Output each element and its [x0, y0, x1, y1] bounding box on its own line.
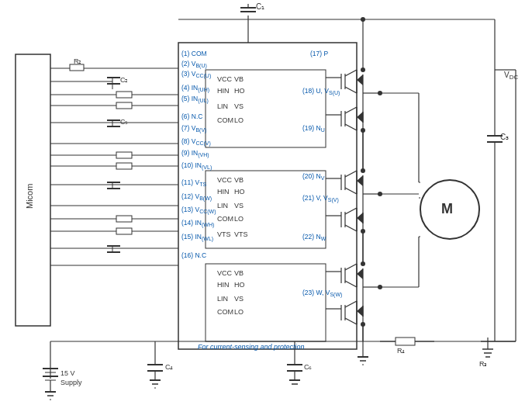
svg-text:Supply: Supply [60, 379, 82, 386]
svg-text:Micom: Micom [25, 184, 34, 209]
svg-text:VS: VS [234, 202, 244, 209]
svg-rect-190 [396, 338, 415, 345]
svg-text:C₁: C₁ [256, 2, 264, 11]
svg-rect-127 [116, 92, 132, 98]
svg-rect-157 [116, 228, 132, 234]
svg-text:HO: HO [234, 87, 245, 95]
svg-text:LIN: LIN [217, 102, 228, 110]
svg-text:C₂: C₂ [120, 76, 129, 84]
svg-text:C₄: C₄ [165, 363, 174, 371]
svg-text:VTS: VTS [217, 230, 231, 238]
svg-text:(1) COM: (1) COM [181, 50, 207, 57]
svg-text:LO: LO [234, 116, 244, 124]
svg-point-231 [361, 261, 365, 266]
svg-point-230 [361, 229, 365, 234]
svg-text:VS: VS [234, 295, 244, 303]
svg-text:HIN: HIN [217, 188, 230, 196]
svg-text:VB: VB [234, 176, 244, 184]
svg-point-228 [361, 128, 365, 133]
svg-point-232 [361, 322, 365, 327]
svg-rect-130 [116, 102, 132, 109]
svg-text:HIN: HIN [217, 87, 230, 95]
svg-text:C₆: C₆ [304, 363, 313, 371]
svg-text:VCC: VCC [217, 75, 233, 83]
svg-point-227 [361, 68, 365, 72]
svg-text:C₅: C₅ [120, 118, 129, 126]
svg-text:COM: COM [217, 116, 233, 124]
svg-text:15 V: 15 V [60, 369, 75, 377]
svg-rect-141 [116, 152, 132, 158]
svg-text:COM: COM [217, 215, 233, 223]
svg-text:(17) P: (17) P [310, 50, 328, 57]
svg-point-235 [378, 192, 382, 196]
svg-rect-225 [70, 64, 84, 71]
svg-text:COM: COM [217, 308, 233, 316]
svg-text:(6) N.C: (6) N.C [181, 113, 202, 120]
svg-text:VS: VS [234, 102, 244, 110]
svg-text:(16) N.C: (16) N.C [181, 251, 206, 259]
svg-point-229 [361, 168, 365, 173]
svg-point-233 [361, 17, 365, 22]
svg-text:VCC: VCC [217, 269, 233, 277]
svg-text:LIN: LIN [217, 295, 228, 303]
svg-rect-154 [116, 216, 132, 222]
svg-text:VCC: VCC [217, 176, 233, 184]
svg-rect-144 [116, 163, 132, 169]
svg-point-236 [378, 285, 382, 289]
svg-text:HO: HO [234, 281, 245, 289]
svg-text:VB: VB [234, 269, 244, 277]
svg-text:For current-sensing and protec: For current-sensing and protection [198, 343, 305, 351]
svg-text:VTS: VTS [234, 230, 248, 238]
svg-point-234 [378, 91, 382, 95]
svg-text:C₃: C₃ [500, 133, 509, 141]
svg-text:HIN: HIN [217, 281, 230, 289]
svg-text:LIN: LIN [217, 202, 228, 209]
svg-text:M: M [441, 201, 453, 216]
svg-text:R₄: R₄ [397, 347, 406, 355]
svg-text:VB: VB [234, 75, 244, 83]
svg-text:HO: HO [234, 188, 245, 196]
circuit-diagram: VCC VB HIN HO LIN VS COM LO VCC VB HIN H… [0, 0, 532, 412]
svg-text:LO: LO [234, 308, 244, 316]
svg-text:LO: LO [234, 215, 244, 223]
svg-text:R₃: R₃ [479, 360, 488, 368]
